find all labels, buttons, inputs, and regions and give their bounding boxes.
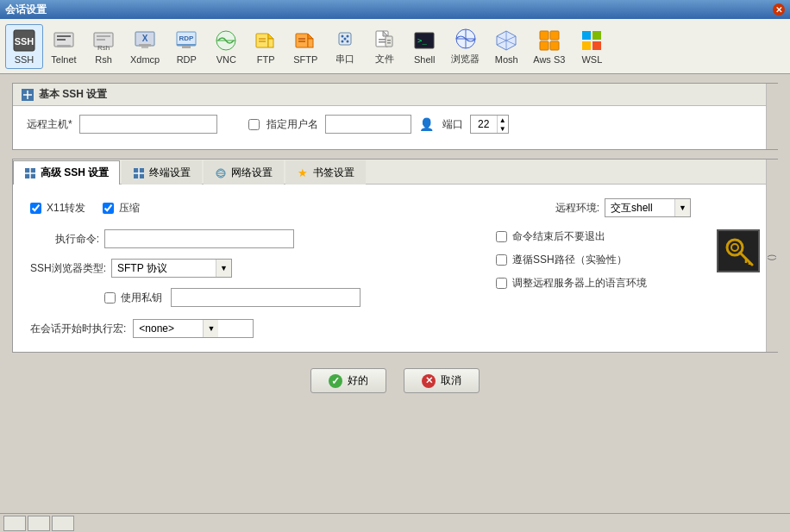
browser-type-label: SSH浏览器类型:	[30, 261, 106, 276]
compress-label: 压缩	[119, 201, 140, 216]
specify-user-checkbox[interactable]	[248, 119, 260, 130]
ok-button[interactable]: ✓ 好的	[310, 368, 386, 393]
use-privkey-checkbox[interactable]	[104, 292, 116, 304]
adapt-ssh-checkbox[interactable]	[496, 254, 507, 266]
tab-advanced-ssh[interactable]: 高级 SSH 设置	[13, 160, 120, 185]
tab-terminal[interactable]: 终端设置	[122, 160, 202, 185]
right-panel-adv: ( )	[766, 160, 778, 352]
basic-ssh-body: 远程主机* 指定用户名 👤 端口 22 ▲ ▼	[13, 106, 777, 149]
cancel-button[interactable]: ✕ 取消	[404, 368, 480, 393]
button-row: ✓ 好的 ✕ 取消	[12, 368, 778, 393]
x11-forward-checkbox[interactable]	[30, 203, 41, 214]
basic-ssh-form-row: 远程主机* 指定用户名 👤 端口 22 ▲ ▼	[27, 115, 763, 134]
svg-point-34	[347, 41, 349, 43]
svg-rect-58	[592, 41, 601, 50]
svg-rect-22	[268, 39, 273, 47]
svg-rect-5	[57, 45, 71, 47]
xdmcp-icon: X	[133, 28, 157, 53]
toolbar-label-rsh: Rsh	[95, 54, 112, 65]
right-panel	[766, 84, 778, 149]
priv-key-col: 使用私钥	[30, 288, 479, 307]
toolbar-label-browser: 浏览器	[451, 53, 480, 66]
close-button[interactable]: ✕	[773, 3, 785, 16]
port-down-arrow[interactable]: ▼	[498, 124, 508, 133]
svg-rect-55	[582, 31, 591, 40]
cancel-label: 取消	[441, 373, 461, 388]
sftp-icon	[293, 28, 317, 53]
toolbar-item-rsh[interactable]: Rsh Rsh	[85, 24, 122, 69]
svg-rect-53	[540, 41, 549, 50]
username-input[interactable]	[325, 115, 411, 134]
toolbar-item-shell[interactable]: >_ Shell	[405, 24, 443, 69]
advanced-ssh-section: 高级 SSH 设置 终端设置 网络设置	[12, 159, 778, 353]
bottom-tab-1[interactable]	[3, 516, 26, 531]
port-up-arrow[interactable]: ▲	[498, 116, 508, 124]
compress-col: 压缩	[103, 201, 140, 216]
bottom-tab-3[interactable]	[52, 516, 74, 531]
remote-host-input[interactable]	[79, 115, 217, 134]
use-privkey-label: 使用私钥	[121, 291, 162, 305]
adapt-ssh-col: 遵循SSH路径（实验性）	[496, 253, 686, 267]
bottom-tab-2[interactable]	[28, 516, 50, 531]
svg-text:RDP: RDP	[179, 34, 195, 42]
toolbar-item-xdmcp[interactable]: X Xdmcp	[124, 24, 166, 69]
awss3-icon	[537, 28, 561, 53]
rdp-icon: RDP	[174, 28, 198, 53]
toolbar-item-awss3[interactable]: Aws S3	[527, 24, 571, 69]
tab-bookmark[interactable]: ★ 书签设置	[285, 160, 366, 185]
main-content: 基本 SSH 设置 远程主机* 指定用户名 👤 端口 22 ▲ ▼	[0, 74, 790, 402]
browser-icon	[454, 27, 478, 51]
toolbar-item-rdp[interactable]: RDP RDP	[167, 24, 205, 69]
compress-checkbox[interactable]	[103, 203, 114, 214]
remote-env-arrow[interactable]: ▼	[674, 199, 690, 216]
macro-arrow[interactable]: ▼	[203, 320, 218, 337]
exec-cmd-input[interactable]	[104, 229, 294, 248]
right-panel-text-2: )	[768, 258, 777, 260]
remote-host-label: 远程主机*	[27, 117, 72, 132]
mosh-icon	[494, 28, 518, 53]
toolbar-label-xdmcp: Xdmcp	[130, 54, 160, 65]
x11-col: X11转发	[30, 201, 85, 216]
toolbar-item-serial[interactable]: 串口	[326, 22, 364, 70]
tab-network[interactable]: 网络设置	[204, 160, 284, 185]
toolbar-item-telnet[interactable]: Telnet	[45, 24, 83, 69]
tabs-bar: 高级 SSH 设置 终端设置 网络设置	[13, 160, 777, 185]
tab-network-label: 网络设置	[231, 166, 273, 180]
no-exit-checkbox[interactable]	[496, 231, 507, 242]
svg-point-33	[342, 41, 344, 43]
toolbar-item-browser[interactable]: 浏览器	[445, 22, 486, 70]
rsh-icon: Rsh	[91, 28, 116, 53]
toolbar-item-ssh[interactable]: SSH SSH	[5, 24, 43, 69]
toolbar-label-file: 文件	[375, 53, 394, 66]
macro-row: 在会话开始时执行宏: <none> ▼	[30, 319, 760, 338]
key-icon-box	[717, 229, 760, 272]
toolbar-item-file[interactable]: 文件	[366, 22, 404, 70]
toolbar-item-vnc[interactable]: VNC	[207, 24, 245, 69]
adjust-lang-checkbox[interactable]	[496, 278, 507, 289]
macro-select[interactable]: <none> ▼	[133, 319, 254, 338]
browser-type-col: SSH浏览器类型: SFTP 协议 ▼	[30, 259, 479, 278]
toolbar-label-awss3: Aws S3	[533, 54, 565, 65]
remote-env-value: 交互shell	[605, 201, 674, 216]
toolbar-item-mosh[interactable]: Mosh	[487, 24, 525, 69]
adv-row-1: X11转发 压缩 远程环境: 交互shell ▼	[30, 198, 760, 217]
svg-rect-11	[139, 44, 151, 47]
toolbar-item-sftp[interactable]: SFTP	[286, 24, 324, 69]
svg-point-31	[342, 35, 344, 38]
basic-ssh-header: 基本 SSH 设置	[13, 84, 777, 106]
svg-rect-15	[177, 44, 196, 46]
toolbar-label-shell: Shell	[414, 54, 435, 65]
browser-type-arrow[interactable]: ▼	[216, 260, 231, 277]
browser-type-select[interactable]: SFTP 协议 ▼	[111, 259, 232, 278]
privkey-input[interactable]	[171, 288, 361, 307]
remote-env-select[interactable]: 交互shell ▼	[605, 198, 691, 217]
no-exit-col: 命令结束后不要退出	[496, 229, 686, 244]
toolbar-item-wsl[interactable]: WSL	[573, 24, 611, 69]
svg-rect-20	[256, 34, 268, 47]
svg-point-32	[347, 35, 349, 38]
toolbar-item-ftp[interactable]: FTP	[247, 24, 285, 69]
port-arrows: ▲ ▼	[497, 116, 508, 133]
svg-marker-26	[308, 34, 313, 39]
svg-rect-12	[141, 47, 148, 48]
svg-rect-51	[540, 31, 549, 40]
